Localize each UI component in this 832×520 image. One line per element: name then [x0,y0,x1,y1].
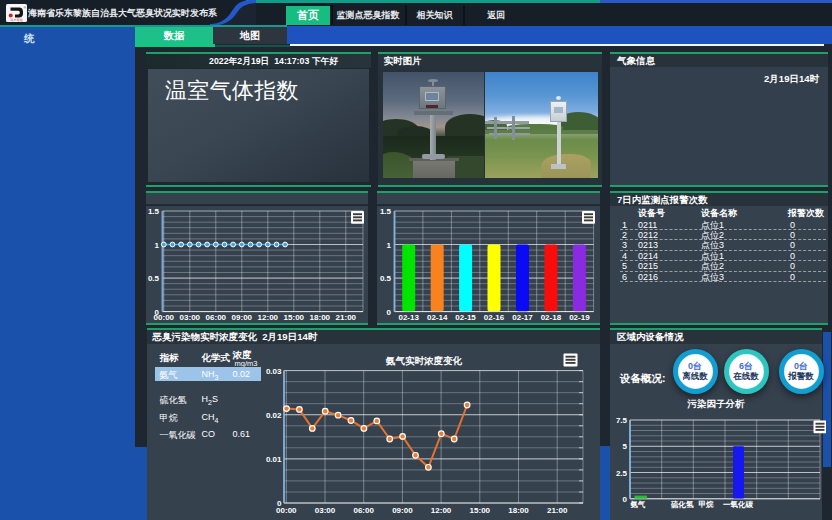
svg-text:一氧化碳: 一氧化碳 [723,500,754,509]
svg-text:02-13: 02-13 [398,313,419,322]
svg-text:21:00: 21:00 [547,506,568,515]
svg-text:00:00: 00:00 [154,313,175,322]
svg-text:®: ® [24,6,27,10]
svg-text:0: 0 [623,495,628,504]
svg-text:5: 5 [623,442,628,451]
svg-text:0.02: 0.02 [266,411,282,420]
svg-text:02-19: 02-19 [569,313,590,322]
svg-text:2.5: 2.5 [616,469,628,478]
svg-text:硫化氢: 硫化氢 [671,500,694,509]
svg-text:0.5: 0.5 [148,274,160,283]
svg-text:02-14: 02-14 [427,313,448,322]
svg-text:氨气: 氨气 [630,500,647,509]
svg-text:02-16: 02-16 [484,313,505,322]
svg-text:甲烷: 甲烷 [699,500,715,509]
svg-text:02-18: 02-18 [541,313,562,322]
svg-text:21:00: 21:00 [336,313,357,322]
svg-text:00:00: 00:00 [276,506,297,515]
svg-text:06:00: 06:00 [206,313,227,322]
svg-text:1.5: 1.5 [148,207,160,216]
svg-text:7.5: 7.5 [616,416,628,425]
svg-text:18:00: 18:00 [310,313,331,322]
svg-text:02-17: 02-17 [512,313,533,322]
svg-text:0.01: 0.01 [266,455,282,464]
svg-text:0.5: 0.5 [380,274,392,283]
svg-text:1: 1 [155,241,160,250]
svg-text:02-15: 02-15 [455,313,476,322]
svg-text:06:00: 06:00 [353,506,374,515]
svg-text:18:00: 18:00 [508,506,529,515]
svg-text:09:00: 09:00 [232,313,253,322]
svg-text:15:00: 15:00 [284,313,305,322]
svg-text:03:00: 03:00 [315,506,336,515]
svg-text:03:00: 03:00 [180,313,201,322]
svg-text:15:00: 15:00 [470,506,491,515]
svg-text:0: 0 [387,308,392,317]
svg-text:09:00: 09:00 [392,506,413,515]
svg-text:0.03: 0.03 [266,367,282,376]
svg-text:氨气实时浓度变化: 氨气实时浓度变化 [385,355,463,366]
svg-text:1: 1 [387,241,392,250]
svg-text:12:00: 12:00 [258,313,279,322]
svg-text:科大智造: 科大智造 [10,18,23,22]
svg-text:12:00: 12:00 [431,506,452,515]
svg-text:1.5: 1.5 [380,207,392,216]
